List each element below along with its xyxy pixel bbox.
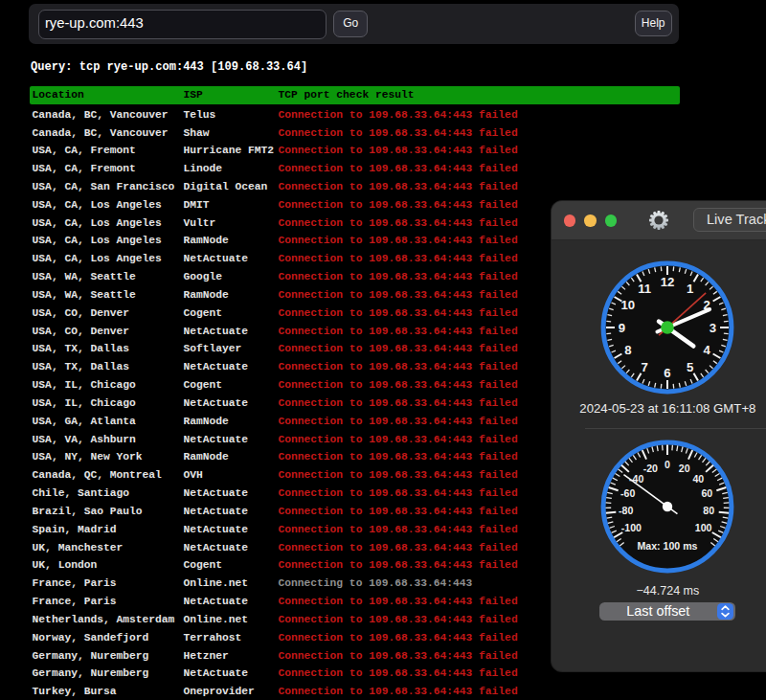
- svg-text:0: 0: [665, 460, 670, 471]
- svg-text:-60: -60: [620, 488, 635, 500]
- svg-text:5: 5: [687, 360, 693, 374]
- svg-text:12: 12: [661, 276, 675, 290]
- svg-text:Max: 100 ms: Max: 100 ms: [638, 540, 698, 552]
- svg-text:60: 60: [702, 488, 713, 500]
- svg-text:20: 20: [679, 463, 690, 474]
- svg-text:6: 6: [665, 367, 671, 381]
- svg-text:8: 8: [625, 344, 632, 358]
- svg-text:1: 1: [687, 282, 693, 296]
- svg-text:-40: -40: [629, 473, 643, 485]
- svg-text:40: 40: [693, 473, 705, 485]
- svg-text:-100: -100: [621, 522, 642, 533]
- svg-text:100: 100: [695, 522, 712, 533]
- svg-text:11: 11: [639, 282, 652, 296]
- svg-text:3: 3: [710, 321, 716, 335]
- svg-text:-20: -20: [643, 463, 658, 474]
- svg-text:9: 9: [619, 321, 625, 335]
- svg-text:7: 7: [642, 360, 648, 374]
- svg-text:80: 80: [704, 506, 715, 517]
- svg-text:4: 4: [704, 344, 711, 358]
- svg-text:-80: -80: [619, 506, 633, 517]
- svg-text:10: 10: [621, 298, 636, 312]
